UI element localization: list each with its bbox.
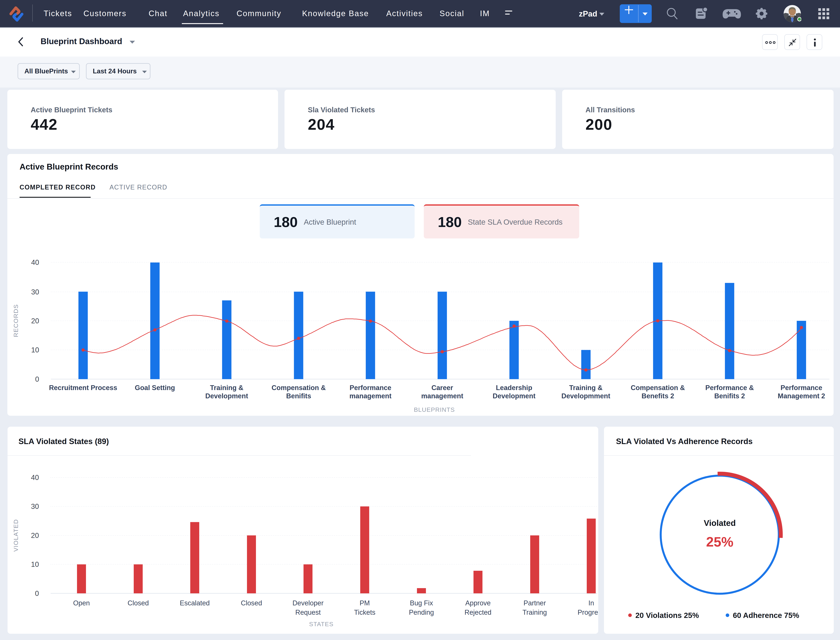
svg-text:Compensation &: Compensation & (272, 384, 326, 392)
svg-text:Leadership: Leadership (496, 384, 532, 392)
svg-text:Closed: Closed (128, 599, 149, 607)
svg-text:30: 30 (31, 288, 39, 296)
svg-text:Escalated: Escalated (180, 599, 210, 607)
svg-text:Violated: Violated (704, 518, 736, 528)
svg-text:Pending: Pending (409, 609, 434, 616)
svg-text:60 Adherence 75%: 60 Adherence 75% (733, 611, 799, 619)
svg-text:Open: Open (73, 599, 90, 607)
svg-text:30: 30 (31, 502, 39, 510)
svg-text:management: management (421, 392, 463, 400)
svg-text:Performance: Performance (781, 384, 822, 392)
svg-text:0: 0 (35, 375, 39, 383)
svg-text:Tickets: Tickets (354, 609, 375, 616)
svg-text:25%: 25% (706, 534, 733, 549)
svg-text:PM: PM (360, 599, 370, 607)
svg-text:Bug Fix: Bug Fix (410, 599, 433, 607)
svg-text:Training &: Training & (569, 384, 603, 392)
svg-text:Development: Development (493, 392, 535, 400)
svg-text:40: 40 (31, 258, 39, 266)
svg-text:Performance &: Performance & (705, 384, 754, 392)
svg-text:Developer: Developer (292, 599, 324, 607)
svg-text:STATES: STATES (309, 621, 333, 627)
svg-text:20 Violations 25%: 20 Violations 25% (635, 611, 699, 619)
svg-text:Benefits 2: Benefits 2 (641, 392, 674, 400)
svg-text:Approve: Approve (465, 599, 491, 607)
svg-text:Developmment: Developmment (561, 392, 611, 400)
svg-text:Goal Setting: Goal Setting (135, 384, 175, 392)
svg-text:Training: Training (523, 609, 547, 616)
svg-text:VIOLATED: VIOLATED (12, 519, 19, 552)
svg-text:Performance: Performance (349, 384, 391, 392)
svg-text:Career: Career (431, 384, 453, 392)
svg-text:In: In (588, 599, 594, 607)
svg-text:0: 0 (35, 589, 39, 597)
svg-text:Progress: Progress (577, 609, 598, 616)
svg-text:Training &: Training & (210, 384, 244, 392)
svg-text:RECORDS: RECORDS (12, 304, 19, 337)
svg-text:Recruitment Process: Recruitment Process (49, 384, 117, 392)
svg-text:BLUEPRINTS: BLUEPRINTS (414, 406, 455, 413)
svg-text:Development: Development (205, 392, 248, 400)
svg-text:40: 40 (31, 474, 39, 482)
svg-text:Benifits 2: Benifits 2 (714, 392, 745, 400)
svg-text:management: management (349, 392, 392, 400)
svg-text:Request: Request (295, 609, 321, 616)
svg-text:Partner: Partner (524, 599, 546, 607)
svg-text:Benifits: Benifits (286, 392, 311, 400)
svg-text:Rejected: Rejected (465, 609, 491, 616)
svg-text:10: 10 (31, 560, 39, 568)
svg-text:Compensation &: Compensation & (631, 384, 685, 392)
svg-text:20: 20 (31, 317, 39, 325)
svg-text:Closed: Closed (241, 599, 262, 607)
svg-text:Management 2: Management 2 (778, 392, 825, 400)
svg-text:20: 20 (31, 531, 39, 539)
svg-text:10: 10 (31, 346, 39, 354)
